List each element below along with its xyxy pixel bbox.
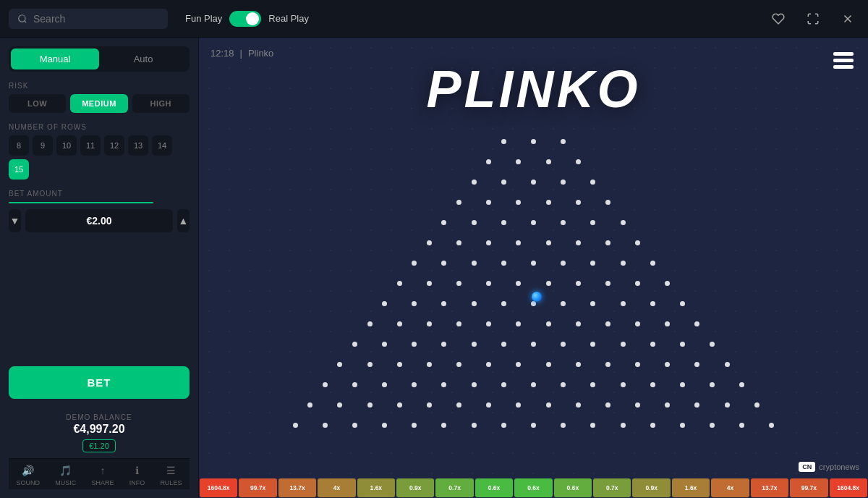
peg: [650, 261, 655, 266]
risk-buttons: LOW MEDIUM HIGH: [9, 94, 190, 113]
search-box[interactable]: [9, 9, 168, 29]
peg: [576, 362, 581, 367]
peg: [605, 321, 610, 326]
game-name: Plinko: [248, 48, 273, 59]
peg: [456, 321, 461, 326]
peg: [576, 240, 581, 245]
peg: [456, 362, 461, 367]
peg: [397, 402, 402, 408]
peg: [472, 382, 477, 387]
bet-increase-button[interactable]: ▲: [177, 209, 190, 232]
peg: [472, 301, 477, 306]
plinko-ball: [532, 292, 542, 302]
row-btn-8[interactable]: 8: [9, 135, 29, 156]
row-buttons: 89101112131415: [9, 135, 190, 180]
rules-label: RULES: [160, 479, 182, 486]
risk-high[interactable]: HIGH: [132, 94, 190, 113]
row-btn-15[interactable]: 15: [9, 159, 29, 180]
cn-logo: CN: [799, 462, 815, 472]
tab-auto[interactable]: Auto: [99, 48, 187, 69]
peg: [516, 362, 521, 367]
footer-nav: 🔊SOUND🎵MUSIC↑SHAREℹINFO☰RULES: [9, 458, 190, 489]
peg: [472, 180, 477, 185]
footer-nav-sound[interactable]: 🔊SOUND: [17, 463, 41, 486]
peg: [561, 423, 566, 428]
plinko-board: [281, 132, 787, 479]
row-btn-13[interactable]: 13: [128, 135, 148, 156]
sidebar: Manual Auto RISK LOW MEDIUM HIGH NUMBER …: [0, 38, 199, 498]
share-icon: ↑: [95, 463, 110, 478]
peg: [590, 423, 595, 428]
footer-nav-music[interactable]: 🎵MUSIC: [55, 463, 76, 486]
fullscreen-button[interactable]: [801, 7, 825, 30]
peg: [293, 423, 298, 428]
peg: [621, 423, 626, 428]
peg: [352, 423, 357, 428]
peg: [486, 240, 491, 245]
peg: [710, 382, 715, 387]
peg: [546, 159, 551, 164]
mult-slot-11: 0.9x: [632, 478, 670, 497]
peg: [635, 240, 640, 245]
peg: [650, 342, 655, 347]
game-logo-icon: [830, 48, 856, 78]
peg: [516, 321, 521, 326]
demo-balance-label: DEMO BALANCE: [9, 413, 190, 421]
multiplier-row: 1604.8x99.7x13.7x4x1.6x0.9x0.7x0.6x0.6x0…: [199, 478, 868, 498]
peg: [725, 362, 730, 367]
bet-button[interactable]: BET: [9, 366, 190, 399]
game-header: 12:18 | Plinko: [210, 48, 273, 59]
header-right: [767, 7, 859, 30]
search-input[interactable]: [33, 13, 149, 25]
peg: [561, 382, 566, 387]
peg: [501, 382, 506, 387]
row-btn-9[interactable]: 9: [33, 135, 53, 156]
peg: [561, 180, 566, 185]
peg: [501, 180, 506, 185]
row-btn-12[interactable]: 12: [104, 135, 124, 156]
mult-slot-8: 0.6x: [514, 478, 552, 497]
cn-text: cryptonews: [819, 463, 859, 471]
footer-nav-rules[interactable]: ☰RULES: [160, 463, 182, 486]
row-btn-10[interactable]: 10: [56, 135, 77, 156]
mult-slot-16: 1604.8x: [830, 478, 867, 497]
risk-medium[interactable]: MEDIUM: [70, 94, 127, 113]
svg-point-0: [19, 14, 25, 21]
footer-nav-share[interactable]: ↑SHARE: [91, 463, 114, 486]
peg: [621, 220, 626, 225]
peg: [576, 321, 581, 326]
bet-amount-input[interactable]: [25, 209, 173, 232]
peg: [590, 180, 595, 185]
mult-slot-12: 1.6x: [672, 478, 710, 497]
peg: [531, 423, 536, 428]
mult-slot-4: 1.6x: [357, 478, 395, 497]
peg: [472, 342, 477, 347]
peg: [456, 281, 461, 286]
close-button[interactable]: [836, 7, 859, 30]
info-icon: ℹ: [129, 463, 144, 478]
peg: [412, 301, 417, 306]
main-layout: Manual Auto RISK LOW MEDIUM HIGH NUMBER …: [0, 38, 868, 498]
tab-manual[interactable]: Manual: [11, 48, 99, 69]
peg: [397, 281, 402, 286]
favorite-button[interactable]: [767, 7, 790, 30]
risk-low[interactable]: LOW: [9, 94, 66, 113]
peg: [576, 402, 581, 408]
bet-decrease-button[interactable]: ▼: [9, 209, 21, 232]
row-btn-14[interactable]: 14: [152, 135, 172, 156]
peg: [590, 342, 595, 347]
row-btn-11[interactable]: 11: [80, 135, 101, 156]
play-mode-toggle[interactable]: [229, 11, 261, 27]
rules-icon: ☰: [163, 463, 178, 478]
hamburger-logo: [830, 48, 856, 74]
mult-slot-6: 0.7x: [435, 478, 473, 497]
peg: [412, 342, 417, 347]
peg: [665, 281, 670, 286]
peg: [486, 402, 491, 408]
peg: [680, 342, 685, 347]
peg: [650, 301, 655, 306]
peg: [590, 220, 595, 225]
peg: [307, 402, 312, 408]
footer-nav-info[interactable]: ℹINFO: [129, 463, 145, 486]
music-label: MUSIC: [55, 479, 76, 486]
